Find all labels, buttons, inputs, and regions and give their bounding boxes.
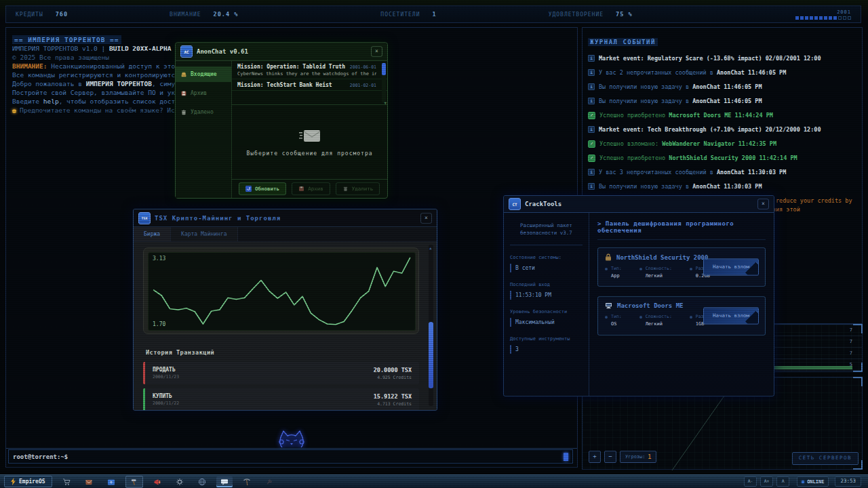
globe-icon bbox=[198, 478, 206, 486]
scrollbar-thumb[interactable] bbox=[382, 63, 386, 75]
font-decrease-button[interactable]: A- bbox=[744, 476, 757, 487]
marketing-taskbar-button[interactable] bbox=[149, 476, 165, 487]
last-login-label: Последний вход bbox=[510, 282, 583, 287]
year-progress-dot bbox=[805, 16, 808, 20]
check-icon: ✓ bbox=[588, 112, 595, 119]
folder-deleted[interactable]: Удалено bbox=[176, 104, 231, 120]
cart-icon bbox=[62, 478, 71, 486]
satisfaction-label: УДОВЛЕТВОРЕНИЕ bbox=[549, 12, 604, 18]
tsx-scrollbar[interactable]: ▲ bbox=[429, 245, 433, 406]
bullet-icon bbox=[639, 268, 642, 270]
terminal-divider bbox=[6, 448, 577, 449]
message-list-scrollbar[interactable] bbox=[382, 62, 386, 103]
tsx-title: TSX Крипто-Майнинг и Торговля bbox=[155, 215, 281, 222]
close-icon[interactable]: × bbox=[371, 46, 382, 57]
tab-mining-map[interactable]: Карта Майнинга bbox=[171, 227, 237, 241]
start-hack-button[interactable]: Начать взлом bbox=[703, 308, 759, 325]
terminal-title: == ИМПЕРИЯ ТОРРЕНТОВ == bbox=[12, 35, 121, 44]
start-menu-button[interactable]: EmpireOS bbox=[4, 476, 52, 487]
anonchat-title: AnonChat v0.61 bbox=[197, 48, 248, 55]
mascot-cat-icon bbox=[276, 429, 307, 449]
delete-button[interactable]: Удалить bbox=[336, 182, 380, 195]
tsx-app-icon: TSX bbox=[138, 212, 151, 224]
bullet-icon bbox=[690, 268, 692, 270]
close-icon[interactable]: × bbox=[757, 199, 769, 209]
trash-icon bbox=[342, 186, 349, 192]
event-entry-success: ✓Успешно приобретено NorthShield Securit… bbox=[588, 154, 856, 162]
message-item[interactable]: Mission: TechStart Bank Heist 2001-02-01 bbox=[232, 79, 387, 91]
settings-taskbar-button[interactable] bbox=[172, 476, 188, 487]
cracktools-sidebar: Расширенный пакет безопасности v3.7 Сост… bbox=[504, 213, 589, 396]
font-increase-button[interactable]: A+ bbox=[760, 476, 773, 487]
terminal-help-keyword: help bbox=[43, 98, 59, 105]
close-icon[interactable]: × bbox=[420, 213, 432, 224]
hint-bulb-icon bbox=[12, 109, 16, 113]
lock-icon bbox=[605, 253, 612, 261]
threat-counter: Угрозы: 1 bbox=[620, 451, 656, 463]
refresh-button[interactable]: Обновить bbox=[239, 182, 286, 195]
price-chart-bezel: 3.13 1.70 bbox=[143, 247, 419, 334]
anonchat-toolbar: Обновить Архив Удалить bbox=[232, 179, 387, 198]
cracktools-taskbar-button[interactable] bbox=[125, 476, 143, 488]
attention-label: ВНИМАНИЕ bbox=[170, 12, 201, 18]
wrench-icon bbox=[265, 478, 273, 486]
anonchat-titlebar[interactable]: AC AnonChat v0.61 × bbox=[176, 43, 387, 61]
shop-taskbar-button[interactable] bbox=[58, 476, 75, 487]
info-icon: i bbox=[588, 69, 595, 76]
event-entry: iMarket event: Tech Breakthrough (+7.10%… bbox=[588, 125, 856, 134]
tools-taskbar-button[interactable] bbox=[261, 476, 277, 487]
folder-upload-icon bbox=[107, 478, 115, 486]
folder-inbox[interactable]: Входящие bbox=[176, 66, 231, 82]
terminal-prompt[interactable]: root@torrent:~$ bbox=[8, 449, 573, 464]
zoom-in-button[interactable]: + bbox=[589, 451, 601, 463]
info-icon: i bbox=[588, 83, 595, 90]
cracktools-titlebar[interactable]: CT CrackTools × bbox=[504, 196, 774, 213]
credits-value: 760 bbox=[56, 11, 68, 18]
message-item[interactable]: Mission: Operation: Tabloid Truth 2001-0… bbox=[232, 61, 387, 79]
browser-taskbar-button[interactable] bbox=[194, 476, 210, 487]
check-icon: ✓ bbox=[588, 140, 595, 148]
server-network-button[interactable]: СЕТЬ СЕРВЕРОВ bbox=[792, 452, 859, 465]
transaction-history: История Транзакций ПРОДАТЬ 2000/11/23 20… bbox=[143, 349, 419, 411]
tsx-titlebar[interactable]: TSX TSX Крипто-Майнинг и Торговля × bbox=[134, 209, 437, 227]
mail-taskbar-button[interactable] bbox=[81, 476, 97, 487]
tsx-window: TSX TSX Крипто-Майнинг и Торговля × Бирж… bbox=[133, 209, 437, 411]
anonchat-taskbar-button[interactable] bbox=[216, 476, 233, 487]
event-entry: iВы получили новую задачу в AnonChat 11:… bbox=[588, 182, 856, 190]
satisfaction-stat: УДОВЛЕТВОРЕНИЕ 75 % bbox=[549, 11, 633, 18]
online-dot-icon bbox=[802, 481, 804, 483]
year-progress-dot bbox=[814, 16, 818, 20]
credits-stat: КРЕДИТЫ 760 bbox=[16, 11, 68, 18]
mining-taskbar-button[interactable] bbox=[239, 476, 255, 487]
event-entry: iMarket event: Regulatory Scare (-13.68%… bbox=[588, 54, 856, 62]
event-entry: iУ вас 2 непрочитанных сообщений в AnonC… bbox=[588, 68, 856, 77]
attention-stat: ВНИМАНИЕ 20.4 % bbox=[170, 11, 238, 18]
year-progress-box: 2001 bbox=[794, 9, 851, 20]
credits-label: КРЕДИТЫ bbox=[16, 12, 43, 18]
folder-archive[interactable]: Архив bbox=[176, 85, 231, 101]
font-reset-button[interactable]: A bbox=[776, 476, 789, 487]
zoom-out-button[interactable]: − bbox=[604, 451, 616, 463]
price-chart: 3.13 1.70 bbox=[148, 252, 416, 331]
year-progress-dot bbox=[810, 16, 813, 20]
security-level-label: Уровень безопасности bbox=[510, 309, 583, 314]
start-hack-button[interactable]: Начать взлом bbox=[703, 259, 759, 276]
pickaxe-icon bbox=[243, 478, 251, 486]
tab-exchange[interactable]: Биржа bbox=[134, 227, 171, 241]
scroll-down-icon[interactable]: ▼ bbox=[384, 100, 387, 105]
tsx-content: 3.13 1.70 ▲ История Транзакций ПРОДАТЬ 2… bbox=[134, 242, 437, 410]
terminal-line: Добро пожаловать в bbox=[12, 80, 86, 87]
transaction-row-sell[interactable]: ПРОДАТЬ 2000/11/23 20.0000 TSX 4.925 Cre… bbox=[143, 362, 419, 384]
event-entry: iУ вас 3 непрочитанных сообщений в AnonC… bbox=[588, 168, 856, 176]
last-login-value: 11:53:10 PM bbox=[510, 291, 583, 300]
transaction-row-buy[interactable]: КУПИТЬ 2000/11/22 15.9122 TSX 4.713 Cred… bbox=[143, 388, 419, 411]
event-entry-success: ✓Успешно приобретено Macrosoft Doors ME … bbox=[588, 111, 856, 119]
panel-title: > Панель дешифрования программного обесп… bbox=[597, 220, 766, 240]
files-taskbar-button[interactable] bbox=[103, 476, 119, 487]
online-status: ONLINE bbox=[797, 476, 829, 487]
scrollbar-thumb[interactable] bbox=[429, 322, 433, 388]
scroll-up-icon[interactable]: ▲ bbox=[429, 245, 432, 250]
megaphone-icon bbox=[153, 478, 161, 486]
security-package-label: Расширенный пакет безопасности v3.7 bbox=[510, 220, 583, 245]
archive-button[interactable]: Архив bbox=[292, 182, 330, 195]
